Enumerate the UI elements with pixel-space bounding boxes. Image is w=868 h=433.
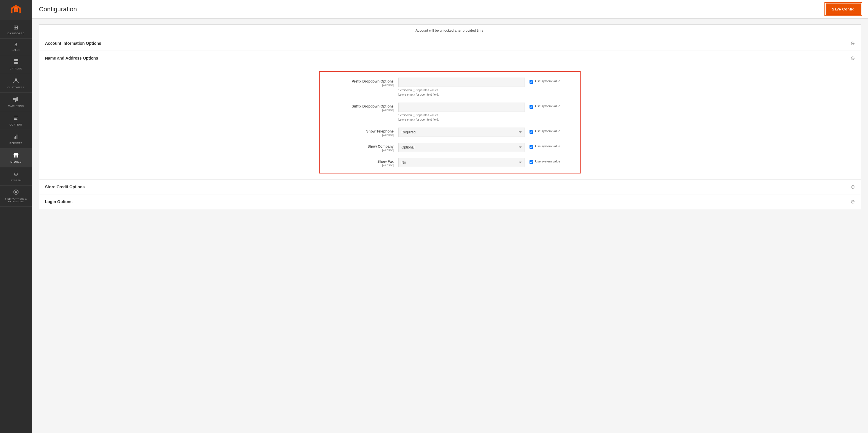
sidebar-item-customers[interactable]: CUSTOMERS: [0, 74, 32, 93]
name-address-header[interactable]: Name and Address Options ⊖: [39, 51, 861, 65]
account-information-header[interactable]: Account Information Options ⊖: [39, 36, 861, 51]
show-company-label: Show Company: [329, 144, 394, 148]
show-company-select[interactable]: Required Optional No: [398, 143, 525, 152]
suffix-use-system-checkbox[interactable]: [529, 105, 533, 109]
suffix-dropdown-input[interactable]: [398, 103, 525, 112]
page-header: Configuration Save Config: [32, 0, 868, 19]
svg-rect-0: [13, 59, 16, 61]
suffix-dropdown-control: Semicolon (;) separated values. Leave em…: [398, 103, 525, 122]
company-use-system-checkbox[interactable]: [529, 145, 533, 149]
prefix-dropdown-sublabel: [website]: [329, 83, 394, 87]
telephone-use-system-label: Use system value: [535, 129, 560, 133]
suffix-use-system-label: Use system value: [535, 104, 560, 108]
customers-icon: [13, 78, 19, 85]
show-company-sublabel: [website]: [329, 148, 394, 152]
prefix-use-system-group: Use system value: [525, 78, 571, 84]
show-fax-select[interactable]: Required Optional No: [398, 158, 525, 167]
show-telephone-select[interactable]: Required Optional No: [398, 127, 525, 137]
sidebar-item-sales[interactable]: $ SALES: [0, 39, 32, 55]
suffix-dropdown-sublabel: [website]: [329, 108, 394, 112]
show-fax-label-group: Show Fax [website]: [329, 158, 398, 167]
store-credit-header[interactable]: Store Credit Options ⊖: [39, 180, 861, 194]
account-information-section: Account Information Options ⊖: [39, 36, 861, 51]
svg-point-18: [15, 191, 17, 193]
unlock-notice-row: Account will be unlocked after provided …: [39, 25, 861, 36]
show-telephone-row: Show Telephone [website] Required Option…: [329, 127, 571, 137]
sidebar-item-extensions[interactable]: FIND PARTNERS & EXTENSIONS: [0, 186, 32, 207]
fax-use-system-checkbox[interactable]: [529, 160, 533, 164]
prefix-dropdown-control: Semicolon (;) separated values. Leave em…: [398, 78, 525, 97]
name-address-toggle-icon: ⊖: [850, 55, 855, 61]
save-config-button[interactable]: Save Config: [826, 3, 861, 15]
sidebar-item-reports-label: REPORTS: [9, 142, 22, 145]
fax-use-system-label: Use system value: [535, 160, 560, 163]
sidebar-item-content[interactable]: CONTENT: [0, 111, 32, 130]
account-information-title: Account Information Options: [45, 41, 101, 46]
stores-icon: [13, 152, 19, 159]
store-credit-section: Store Credit Options ⊖: [39, 180, 861, 195]
sidebar-item-marketing[interactable]: MARKETING: [0, 93, 32, 111]
catalog-icon: [13, 59, 19, 66]
company-use-system-group: Use system value: [525, 143, 571, 149]
marketing-icon: [13, 96, 19, 104]
telephone-use-system-checkbox[interactable]: [529, 130, 533, 134]
show-fax-control: Required Optional No: [398, 158, 525, 167]
svg-rect-1: [16, 59, 18, 61]
sidebar-item-extensions-label: FIND PARTNERS & EXTENSIONS: [1, 198, 31, 203]
sidebar-item-sales-label: SALES: [11, 49, 20, 52]
unlock-notice-text: Account will be unlocked after provided …: [415, 28, 484, 33]
store-credit-toggle-icon: ⊖: [850, 184, 855, 190]
svg-rect-7: [13, 116, 18, 116]
login-options-header[interactable]: Login Options ⊖: [39, 195, 861, 209]
suffix-dropdown-row: Suffix Dropdown Options [website] Semico…: [329, 103, 571, 122]
show-fax-row: Show Fax [website] Required Optional No: [329, 158, 571, 167]
svg-rect-16: [15, 155, 17, 157]
fax-use-system-group: Use system value: [525, 158, 571, 164]
prefix-dropdown-row: Prefix Dropdown Options [website] Semico…: [329, 78, 571, 97]
content-icon: [13, 115, 19, 122]
login-options-section: Login Options ⊖: [39, 195, 861, 209]
prefix-dropdown-input[interactable]: [398, 78, 525, 87]
sidebar: ⊞ DASHBOARD $ SALES CATALOG CUSTOMERS MA…: [0, 0, 32, 433]
svg-rect-10: [13, 119, 18, 120]
svg-rect-6: [15, 100, 16, 102]
show-company-control: Required Optional No: [398, 143, 525, 152]
page-title: Configuration: [39, 5, 77, 13]
sidebar-item-reports[interactable]: REPORTS: [0, 130, 32, 148]
name-address-form-box: Prefix Dropdown Options [website] Semico…: [319, 71, 581, 173]
sidebar-item-stores[interactable]: STORES: [0, 148, 32, 167]
magento-logo-icon: [10, 4, 22, 16]
suffix-dropdown-label: Suffix Dropdown Options: [329, 104, 394, 108]
login-options-title: Login Options: [45, 199, 72, 204]
reports-icon: [13, 134, 19, 141]
sidebar-item-stores-label: STORES: [10, 161, 22, 163]
svg-rect-13: [17, 135, 18, 139]
show-fax-sublabel: [website]: [329, 164, 394, 167]
prefix-use-system-label: Use system value: [535, 79, 560, 83]
telephone-use-system-group: Use system value: [525, 127, 571, 134]
svg-rect-3: [16, 62, 18, 64]
show-telephone-label-group: Show Telephone [website]: [329, 127, 398, 137]
sidebar-item-catalog[interactable]: CATALOG: [0, 55, 32, 74]
extensions-icon: [13, 189, 19, 197]
svg-rect-12: [15, 136, 16, 139]
prefix-use-system-checkbox[interactable]: [529, 80, 533, 84]
svg-rect-5: [13, 98, 14, 100]
main-content: Configuration Save Config Account will b…: [32, 0, 868, 433]
store-credit-title: Store Credit Options: [45, 184, 85, 189]
name-address-title: Name and Address Options: [45, 56, 98, 60]
show-telephone-label: Show Telephone: [329, 129, 394, 134]
sidebar-logo: [0, 0, 32, 20]
sales-icon: $: [14, 42, 17, 47]
svg-rect-2: [13, 62, 16, 64]
name-address-body: Prefix Dropdown Options [website] Semico…: [39, 65, 861, 179]
prefix-dropdown-hint: Semicolon (;) separated values. Leave em…: [398, 88, 525, 97]
sidebar-item-catalog-label: CATALOG: [10, 67, 22, 70]
sidebar-item-system[interactable]: ⚙ SYSTEM: [0, 167, 32, 186]
show-company-label-group: Show Company [website]: [329, 143, 398, 152]
sidebar-item-dashboard[interactable]: ⊞ DASHBOARD: [0, 20, 32, 39]
sidebar-item-customers-label: CUSTOMERS: [7, 86, 25, 89]
svg-rect-9: [13, 118, 17, 119]
company-use-system-label: Use system value: [535, 144, 560, 148]
suffix-use-system-group: Use system value: [525, 103, 571, 109]
